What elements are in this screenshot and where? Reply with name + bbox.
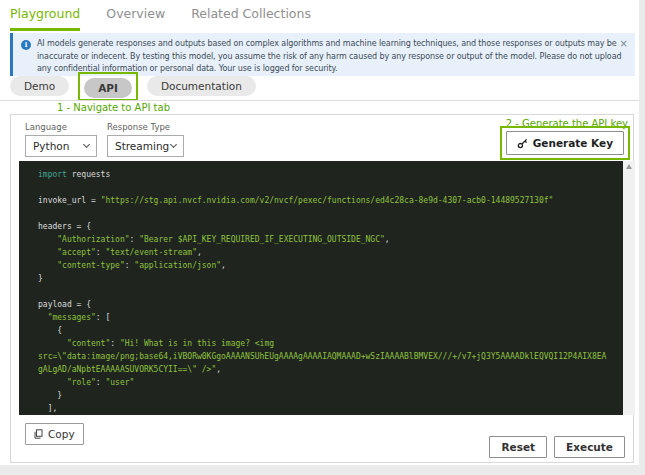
tab-overview[interactable]: Overview [106,6,165,31]
api-panel: 2 - Generate the API key Language Python… [10,114,634,463]
language-select[interactable]: Python [25,135,97,157]
scrollbar-up-arrow-icon[interactable] [626,164,632,169]
response-type-value: Streaming [115,140,169,152]
action-buttons: Reset Execute [489,436,625,458]
annotation-highlight-generate-key: Generate Key [500,126,630,160]
key-icon [517,138,528,149]
tab-related-collections[interactable]: Related Collections [191,6,311,31]
annotation-step1: 1 - Navigate to API tab [57,102,170,113]
content-card: Playground Overview Related Collections … [0,0,639,465]
page-background-strip [0,465,645,475]
generate-key-button[interactable]: Generate Key [506,131,624,155]
code-scrollbar[interactable] [623,161,635,415]
language-label: Language [25,122,97,132]
response-type-label: Response Type [107,122,184,132]
generate-key-label: Generate Key [533,137,613,149]
banner-text: AI models generate responses and outputs… [37,38,623,76]
info-icon: i [21,40,31,50]
code-editor[interactable]: import requests invoke_url = "https://st… [19,161,623,415]
tab-playground[interactable]: Playground [10,6,80,31]
ai-disclaimer-banner: i AI models generate responses and outpu… [10,33,635,76]
response-type-select[interactable]: Streaming [107,135,184,157]
subtab-api[interactable]: API [84,78,132,98]
subtab-documentation[interactable]: Documentation [147,76,256,96]
close-icon[interactable]: × [620,38,628,49]
page: Playground Overview Related Collections … [0,0,645,475]
language-field: Language Python [25,122,97,157]
response-type-field: Response Type Streaming [107,122,184,157]
execute-button[interactable]: Execute [554,436,625,458]
copy-label: Copy [48,428,75,440]
copy-icon [34,429,43,439]
copy-button[interactable]: Copy [25,423,84,445]
subtab-demo[interactable]: Demo [10,76,69,96]
chevron-down-icon [170,141,177,148]
top-tab-bar: Playground Overview Related Collections [10,6,311,31]
subtab-bar: Demo API Documentation [10,71,256,101]
divider [0,100,639,101]
language-value: Python [33,140,69,152]
reset-button[interactable]: Reset [489,436,547,458]
chevron-down-icon [83,141,90,148]
annotation-highlight-api-tab: API [78,72,138,101]
